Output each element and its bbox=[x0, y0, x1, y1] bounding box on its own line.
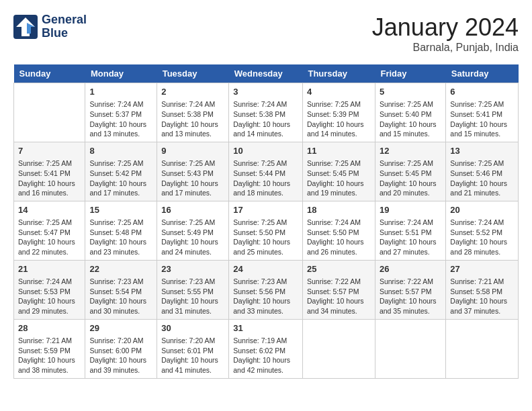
calendar-cell: 4Sunrise: 7:25 AM Sunset: 5:39 PM Daylig… bbox=[302, 83, 375, 142]
calendar-body: 1Sunrise: 7:24 AM Sunset: 5:37 PM Daylig… bbox=[14, 83, 519, 379]
day-info: Sunrise: 7:21 AM Sunset: 5:58 PM Dayligh… bbox=[450, 277, 514, 316]
logo-line1: General bbox=[42, 13, 87, 27]
weekday-header-thursday: Thursday bbox=[302, 64, 375, 83]
logo-line2: Blue bbox=[42, 27, 87, 40]
page-header: General Blue January 2024 Barnala, Punja… bbox=[13, 13, 519, 54]
day-number: 25 bbox=[307, 263, 371, 275]
calendar-cell: 14Sunrise: 7:25 AM Sunset: 5:47 PM Dayli… bbox=[14, 201, 85, 260]
weekday-header-row: SundayMondayTuesdayWednesdayThursdayFrid… bbox=[14, 64, 519, 83]
day-info: Sunrise: 7:24 AM Sunset: 5:38 PM Dayligh… bbox=[233, 99, 298, 139]
calendar-cell: 15Sunrise: 7:25 AM Sunset: 5:48 PM Dayli… bbox=[85, 201, 157, 260]
day-info: Sunrise: 7:21 AM Sunset: 5:59 PM Dayligh… bbox=[18, 336, 81, 375]
calendar-cell: 29Sunrise: 7:20 AM Sunset: 6:00 PM Dayli… bbox=[85, 319, 157, 378]
day-number: 7 bbox=[18, 145, 81, 157]
day-number: 13 bbox=[450, 145, 514, 157]
day-info: Sunrise: 7:24 AM Sunset: 5:51 PM Dayligh… bbox=[380, 218, 441, 257]
day-number: 16 bbox=[161, 204, 224, 216]
day-number: 9 bbox=[161, 145, 224, 157]
day-info: Sunrise: 7:23 AM Sunset: 5:55 PM Dayligh… bbox=[161, 277, 224, 316]
calendar-cell: 20Sunrise: 7:24 AM Sunset: 5:52 PM Dayli… bbox=[446, 201, 519, 260]
weekday-header-tuesday: Tuesday bbox=[157, 64, 229, 83]
day-info: Sunrise: 7:25 AM Sunset: 5:47 PM Dayligh… bbox=[18, 218, 81, 257]
day-number: 17 bbox=[233, 204, 298, 216]
calendar-cell: 28Sunrise: 7:21 AM Sunset: 5:59 PM Dayli… bbox=[14, 319, 85, 378]
calendar-cell bbox=[375, 319, 445, 378]
day-number: 26 bbox=[380, 263, 441, 275]
calendar-cell: 24Sunrise: 7:23 AM Sunset: 5:56 PM Dayli… bbox=[229, 260, 303, 319]
logo-icon bbox=[13, 15, 38, 39]
day-number: 31 bbox=[233, 322, 298, 334]
calendar-cell: 5Sunrise: 7:25 AM Sunset: 5:40 PM Daylig… bbox=[375, 83, 445, 142]
day-number: 2 bbox=[161, 86, 224, 98]
calendar-table: SundayMondayTuesdayWednesdayThursdayFrid… bbox=[13, 64, 519, 379]
calendar-cell: 21Sunrise: 7:24 AM Sunset: 5:53 PM Dayli… bbox=[14, 260, 85, 319]
calendar-cell: 17Sunrise: 7:25 AM Sunset: 5:50 PM Dayli… bbox=[229, 201, 303, 260]
week-row-4: 21Sunrise: 7:24 AM Sunset: 5:53 PM Dayli… bbox=[14, 260, 519, 319]
day-info: Sunrise: 7:23 AM Sunset: 5:56 PM Dayligh… bbox=[233, 277, 298, 316]
day-info: Sunrise: 7:25 AM Sunset: 5:44 PM Dayligh… bbox=[233, 158, 298, 198]
calendar-cell: 26Sunrise: 7:22 AM Sunset: 5:57 PM Dayli… bbox=[375, 260, 445, 319]
calendar-cell: 31Sunrise: 7:19 AM Sunset: 6:02 PM Dayli… bbox=[229, 319, 303, 378]
location-title: Barnala, Punjab, India bbox=[372, 42, 519, 54]
calendar-cell: 9Sunrise: 7:25 AM Sunset: 5:43 PM Daylig… bbox=[157, 142, 229, 201]
day-number: 19 bbox=[380, 204, 441, 216]
day-info: Sunrise: 7:25 AM Sunset: 5:48 PM Dayligh… bbox=[89, 218, 152, 257]
day-number: 22 bbox=[89, 263, 152, 275]
calendar-cell: 27Sunrise: 7:21 AM Sunset: 5:58 PM Dayli… bbox=[446, 260, 519, 319]
weekday-header-sunday: Sunday bbox=[14, 64, 85, 83]
calendar-cell: 18Sunrise: 7:24 AM Sunset: 5:50 PM Dayli… bbox=[302, 201, 375, 260]
day-number: 27 bbox=[450, 263, 514, 275]
calendar-cell: 2Sunrise: 7:24 AM Sunset: 5:38 PM Daylig… bbox=[157, 83, 229, 142]
calendar-cell: 23Sunrise: 7:23 AM Sunset: 5:55 PM Dayli… bbox=[157, 260, 229, 319]
week-row-5: 28Sunrise: 7:21 AM Sunset: 5:59 PM Dayli… bbox=[14, 319, 519, 378]
day-info: Sunrise: 7:24 AM Sunset: 5:53 PM Dayligh… bbox=[18, 277, 81, 316]
day-info: Sunrise: 7:24 AM Sunset: 5:37 PM Dayligh… bbox=[89, 99, 152, 139]
day-number: 20 bbox=[450, 204, 514, 216]
day-info: Sunrise: 7:25 AM Sunset: 5:45 PM Dayligh… bbox=[307, 158, 371, 198]
day-info: Sunrise: 7:22 AM Sunset: 5:57 PM Dayligh… bbox=[307, 277, 371, 316]
day-number: 23 bbox=[161, 263, 224, 275]
calendar-cell bbox=[302, 319, 375, 378]
day-number: 29 bbox=[89, 322, 152, 334]
day-info: Sunrise: 7:25 AM Sunset: 5:45 PM Dayligh… bbox=[380, 158, 441, 198]
day-number: 8 bbox=[89, 145, 152, 157]
day-info: Sunrise: 7:22 AM Sunset: 5:57 PM Dayligh… bbox=[380, 277, 441, 316]
calendar-cell bbox=[14, 83, 85, 142]
weekday-header-monday: Monday bbox=[85, 64, 157, 83]
calendar-cell: 10Sunrise: 7:25 AM Sunset: 5:44 PM Dayli… bbox=[229, 142, 303, 201]
logo-text: General Blue bbox=[42, 13, 87, 40]
day-number: 1 bbox=[89, 86, 152, 98]
day-info: Sunrise: 7:24 AM Sunset: 5:38 PM Dayligh… bbox=[161, 99, 224, 139]
day-number: 6 bbox=[450, 86, 514, 98]
day-number: 10 bbox=[233, 145, 298, 157]
title-block: January 2024 Barnala, Punjab, India bbox=[372, 13, 519, 54]
calendar-cell: 22Sunrise: 7:23 AM Sunset: 5:54 PM Dayli… bbox=[85, 260, 157, 319]
day-info: Sunrise: 7:25 AM Sunset: 5:42 PM Dayligh… bbox=[89, 158, 152, 198]
calendar-cell: 25Sunrise: 7:22 AM Sunset: 5:57 PM Dayli… bbox=[302, 260, 375, 319]
day-number: 4 bbox=[307, 86, 371, 98]
day-info: Sunrise: 7:25 AM Sunset: 5:41 PM Dayligh… bbox=[18, 158, 81, 198]
calendar-cell: 7Sunrise: 7:25 AM Sunset: 5:41 PM Daylig… bbox=[14, 142, 85, 201]
day-number: 11 bbox=[307, 145, 371, 157]
calendar-header: SundayMondayTuesdayWednesdayThursdayFrid… bbox=[14, 64, 519, 83]
day-number: 24 bbox=[233, 263, 298, 275]
day-number: 14 bbox=[18, 204, 81, 216]
day-info: Sunrise: 7:24 AM Sunset: 5:52 PM Dayligh… bbox=[450, 218, 514, 257]
calendar-cell bbox=[446, 319, 519, 378]
weekday-header-friday: Friday bbox=[375, 64, 445, 83]
day-info: Sunrise: 7:25 AM Sunset: 5:50 PM Dayligh… bbox=[233, 218, 298, 257]
day-number: 18 bbox=[307, 204, 371, 216]
weekday-header-saturday: Saturday bbox=[446, 64, 519, 83]
logo: General Blue bbox=[13, 13, 87, 40]
day-number: 12 bbox=[380, 145, 441, 157]
day-info: Sunrise: 7:20 AM Sunset: 6:00 PM Dayligh… bbox=[89, 336, 152, 375]
month-title: January 2024 bbox=[372, 13, 519, 42]
calendar-cell: 12Sunrise: 7:25 AM Sunset: 5:45 PM Dayli… bbox=[375, 142, 445, 201]
day-number: 5 bbox=[380, 86, 441, 98]
calendar-cell: 6Sunrise: 7:25 AM Sunset: 5:41 PM Daylig… bbox=[446, 83, 519, 142]
day-number: 21 bbox=[18, 263, 81, 275]
calendar-cell: 1Sunrise: 7:24 AM Sunset: 5:37 PM Daylig… bbox=[85, 83, 157, 142]
calendar-cell: 8Sunrise: 7:25 AM Sunset: 5:42 PM Daylig… bbox=[85, 142, 157, 201]
day-number: 15 bbox=[89, 204, 152, 216]
day-info: Sunrise: 7:23 AM Sunset: 5:54 PM Dayligh… bbox=[89, 277, 152, 316]
